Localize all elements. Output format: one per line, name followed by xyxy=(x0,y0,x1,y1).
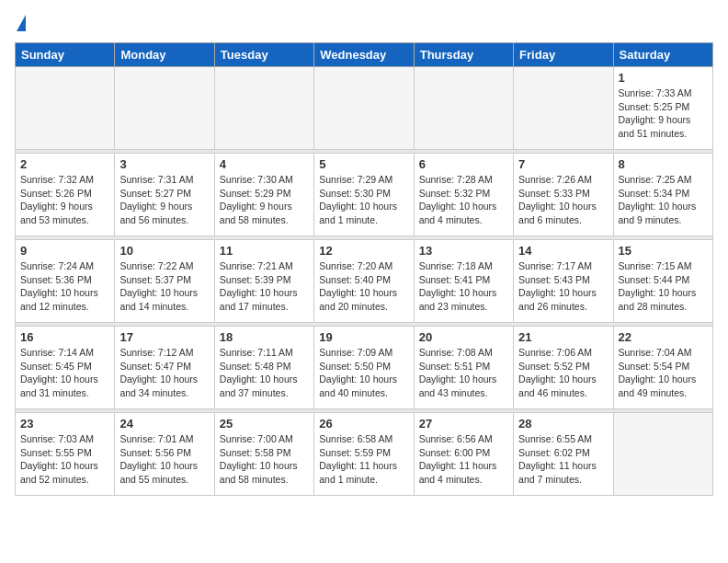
day-info: Sunrise: 7:00 AM Sunset: 5:58 PM Dayligh… xyxy=(220,432,309,487)
calendar-day-cell: 10Sunrise: 7:22 AM Sunset: 5:37 PM Dayli… xyxy=(115,240,214,323)
logo xyxy=(15,15,26,33)
day-info: Sunrise: 7:24 AM Sunset: 5:36 PM Dayligh… xyxy=(20,259,109,314)
calendar-day-cell: 24Sunrise: 7:01 AM Sunset: 5:56 PM Dayli… xyxy=(115,413,214,496)
day-number: 6 xyxy=(419,157,508,171)
calendar-day-cell: 28Sunrise: 6:55 AM Sunset: 6:02 PM Dayli… xyxy=(514,413,613,496)
day-info: Sunrise: 7:18 AM Sunset: 5:41 PM Dayligh… xyxy=(419,259,508,314)
calendar-day-cell: 18Sunrise: 7:11 AM Sunset: 5:48 PM Dayli… xyxy=(214,327,313,409)
calendar-week-row: 2Sunrise: 7:32 AM Sunset: 5:26 PM Daylig… xyxy=(16,154,713,236)
day-number: 5 xyxy=(319,157,408,171)
day-number: 10 xyxy=(119,244,209,258)
day-number: 21 xyxy=(518,330,608,344)
calendar-day-cell: 16Sunrise: 7:14 AM Sunset: 5:45 PM Dayli… xyxy=(16,327,115,409)
day-number: 26 xyxy=(319,417,408,431)
day-number: 12 xyxy=(319,244,408,258)
weekday-header-cell: Thursday xyxy=(414,43,513,67)
day-info: Sunrise: 7:06 AM Sunset: 5:52 PM Dayligh… xyxy=(518,346,608,400)
day-number: 15 xyxy=(619,244,708,258)
calendar-day-cell: 4Sunrise: 7:30 AM Sunset: 5:29 PM Daylig… xyxy=(214,154,313,236)
day-number: 28 xyxy=(518,417,608,431)
page-header xyxy=(15,15,713,33)
calendar-table: SundayMondayTuesdayWednesdayThursdayFrid… xyxy=(15,42,713,496)
day-number: 25 xyxy=(220,417,309,431)
day-info: Sunrise: 6:56 AM Sunset: 6:00 PM Dayligh… xyxy=(419,432,508,487)
calendar-day-cell xyxy=(115,67,214,150)
day-number: 16 xyxy=(20,330,109,344)
day-number: 27 xyxy=(419,417,508,431)
calendar-week-row: 23Sunrise: 7:03 AM Sunset: 5:55 PM Dayli… xyxy=(16,413,713,496)
day-info: Sunrise: 7:28 AM Sunset: 5:32 PM Dayligh… xyxy=(419,173,508,227)
day-info: Sunrise: 6:58 AM Sunset: 5:59 PM Dayligh… xyxy=(319,432,408,487)
day-info: Sunrise: 7:22 AM Sunset: 5:37 PM Dayligh… xyxy=(119,259,209,314)
day-info: Sunrise: 6:55 AM Sunset: 6:02 PM Dayligh… xyxy=(518,432,608,487)
day-number: 19 xyxy=(319,330,408,344)
calendar-day-cell xyxy=(414,67,513,150)
calendar-day-cell: 12Sunrise: 7:20 AM Sunset: 5:40 PM Dayli… xyxy=(314,240,414,323)
day-number: 7 xyxy=(518,157,608,171)
weekday-header-cell: Sunday xyxy=(16,43,115,67)
calendar-day-cell: 20Sunrise: 7:08 AM Sunset: 5:51 PM Dayli… xyxy=(414,327,513,409)
day-number: 17 xyxy=(119,330,209,344)
day-info: Sunrise: 7:12 AM Sunset: 5:47 PM Dayligh… xyxy=(119,346,209,400)
day-info: Sunrise: 7:26 AM Sunset: 5:33 PM Dayligh… xyxy=(518,173,608,227)
day-number: 18 xyxy=(220,330,309,344)
day-info: Sunrise: 7:20 AM Sunset: 5:40 PM Dayligh… xyxy=(319,259,408,314)
calendar-week-row: 9Sunrise: 7:24 AM Sunset: 5:36 PM Daylig… xyxy=(16,240,713,323)
day-number: 13 xyxy=(419,244,508,258)
calendar-day-cell: 2Sunrise: 7:32 AM Sunset: 5:26 PM Daylig… xyxy=(16,154,115,236)
calendar-day-cell: 5Sunrise: 7:29 AM Sunset: 5:30 PM Daylig… xyxy=(314,154,414,236)
weekday-header-cell: Friday xyxy=(514,43,613,67)
day-info: Sunrise: 7:14 AM Sunset: 5:45 PM Dayligh… xyxy=(20,346,109,400)
calendar-day-cell xyxy=(314,67,414,150)
day-info: Sunrise: 7:01 AM Sunset: 5:56 PM Dayligh… xyxy=(119,432,209,487)
calendar-day-cell: 1Sunrise: 7:33 AM Sunset: 5:25 PM Daylig… xyxy=(613,67,712,150)
calendar-day-cell: 19Sunrise: 7:09 AM Sunset: 5:50 PM Dayli… xyxy=(314,327,414,409)
calendar-day-cell: 26Sunrise: 6:58 AM Sunset: 5:59 PM Dayli… xyxy=(314,413,414,496)
calendar-day-cell: 13Sunrise: 7:18 AM Sunset: 5:41 PM Dayli… xyxy=(414,240,513,323)
calendar-day-cell: 22Sunrise: 7:04 AM Sunset: 5:54 PM Dayli… xyxy=(613,327,712,409)
calendar-day-cell: 6Sunrise: 7:28 AM Sunset: 5:32 PM Daylig… xyxy=(414,154,513,236)
day-info: Sunrise: 7:04 AM Sunset: 5:54 PM Dayligh… xyxy=(619,346,708,400)
day-info: Sunrise: 7:31 AM Sunset: 5:27 PM Dayligh… xyxy=(119,173,209,227)
day-number: 2 xyxy=(20,157,109,171)
calendar-body: 1Sunrise: 7:33 AM Sunset: 5:25 PM Daylig… xyxy=(16,67,713,496)
day-number: 20 xyxy=(419,330,508,344)
day-number: 23 xyxy=(20,417,109,431)
calendar-day-cell: 23Sunrise: 7:03 AM Sunset: 5:55 PM Dayli… xyxy=(16,413,115,496)
calendar-day-cell xyxy=(214,67,313,150)
calendar-day-cell: 17Sunrise: 7:12 AM Sunset: 5:47 PM Dayli… xyxy=(115,327,214,409)
calendar-week-row: 1Sunrise: 7:33 AM Sunset: 5:25 PM Daylig… xyxy=(16,67,713,150)
day-info: Sunrise: 7:03 AM Sunset: 5:55 PM Dayligh… xyxy=(20,432,109,487)
calendar-day-cell: 7Sunrise: 7:26 AM Sunset: 5:33 PM Daylig… xyxy=(514,154,613,236)
day-info: Sunrise: 7:21 AM Sunset: 5:39 PM Dayligh… xyxy=(220,259,309,314)
day-number: 22 xyxy=(619,330,708,344)
weekday-header-cell: Monday xyxy=(115,43,214,67)
day-number: 3 xyxy=(119,157,209,171)
logo-triangle-icon xyxy=(17,15,26,31)
day-info: Sunrise: 7:30 AM Sunset: 5:29 PM Dayligh… xyxy=(220,173,309,227)
day-info: Sunrise: 7:08 AM Sunset: 5:51 PM Dayligh… xyxy=(419,346,508,400)
weekday-header-cell: Tuesday xyxy=(214,43,313,67)
calendar-day-cell: 8Sunrise: 7:25 AM Sunset: 5:34 PM Daylig… xyxy=(613,154,712,236)
calendar-week-row: 16Sunrise: 7:14 AM Sunset: 5:45 PM Dayli… xyxy=(16,327,713,409)
calendar-day-cell xyxy=(16,67,115,150)
day-number: 9 xyxy=(20,244,109,258)
calendar-day-cell xyxy=(514,67,613,150)
day-number: 11 xyxy=(220,244,309,258)
day-number: 8 xyxy=(619,157,708,171)
weekday-header-cell: Wednesday xyxy=(314,43,414,67)
day-number: 1 xyxy=(619,71,708,85)
day-info: Sunrise: 7:32 AM Sunset: 5:26 PM Dayligh… xyxy=(20,173,109,227)
calendar-day-cell: 14Sunrise: 7:17 AM Sunset: 5:43 PM Dayli… xyxy=(514,240,613,323)
day-number: 4 xyxy=(220,157,309,171)
day-info: Sunrise: 7:09 AM Sunset: 5:50 PM Dayligh… xyxy=(319,346,408,400)
day-info: Sunrise: 7:33 AM Sunset: 5:25 PM Dayligh… xyxy=(619,86,708,141)
weekday-header-row: SundayMondayTuesdayWednesdayThursdayFrid… xyxy=(16,43,713,67)
calendar-day-cell: 27Sunrise: 6:56 AM Sunset: 6:00 PM Dayli… xyxy=(414,413,513,496)
day-info: Sunrise: 7:15 AM Sunset: 5:44 PM Dayligh… xyxy=(619,259,708,314)
calendar-day-cell: 21Sunrise: 7:06 AM Sunset: 5:52 PM Dayli… xyxy=(514,327,613,409)
calendar-day-cell: 9Sunrise: 7:24 AM Sunset: 5:36 PM Daylig… xyxy=(16,240,115,323)
day-info: Sunrise: 7:25 AM Sunset: 5:34 PM Dayligh… xyxy=(619,173,708,227)
calendar-day-cell: 11Sunrise: 7:21 AM Sunset: 5:39 PM Dayli… xyxy=(214,240,313,323)
weekday-header-cell: Saturday xyxy=(613,43,712,67)
